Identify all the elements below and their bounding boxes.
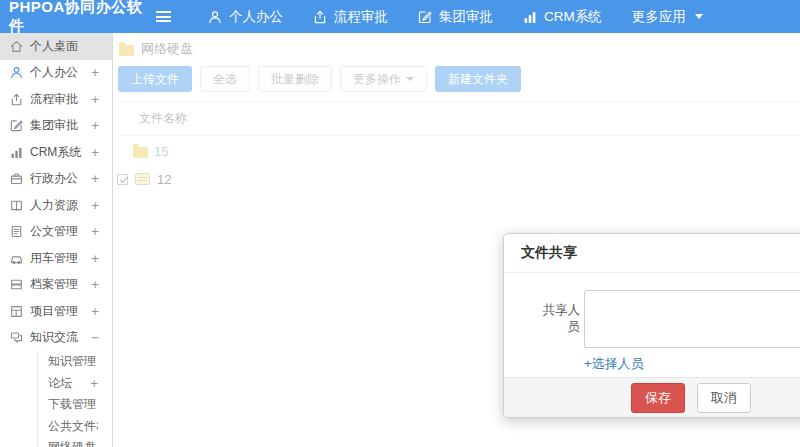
sidebar: 个人桌面 个人办公 + 流程审批 + 集团审批 + CRM系统 + 行政办公 +… xyxy=(0,33,113,447)
sidebar-subitem-public-file-cabinet[interactable]: 公共文件柜 xyxy=(38,416,112,438)
sidebar-item-label: 公文管理 xyxy=(30,223,91,240)
project-icon xyxy=(10,305,23,318)
edit-icon xyxy=(10,119,23,132)
sidebar-item-label: 个人桌面 xyxy=(30,38,99,55)
top-navigation: 个人办公 流程审批 集团审批 CRM系统 更多应用 xyxy=(193,0,718,33)
topbar: PHPOA协同办公软件 个人办公 流程审批 集团审批 CRM系统 更多应用 xyxy=(0,0,800,33)
hamburger-menu-icon[interactable] xyxy=(156,11,171,22)
sidebar-subitem-label: 下载管理 xyxy=(48,396,98,413)
sidebar-subitem-label: 论坛 xyxy=(48,375,90,392)
briefcase-icon xyxy=(10,172,23,185)
expand-sign[interactable]: + xyxy=(91,145,99,160)
expand-sign[interactable]: + xyxy=(91,198,99,213)
save-button[interactable]: 保存 xyxy=(631,383,685,413)
topnav-label: 更多应用 xyxy=(632,8,686,26)
sidebar-item-label: 档案管理 xyxy=(30,276,91,293)
sidebar-item-personal-office[interactable]: 个人办公 + xyxy=(0,60,112,87)
caret-down-icon xyxy=(695,14,703,23)
sidebar-item-knowledge-exchange[interactable]: 知识交流 − xyxy=(0,325,112,352)
sidebar-item-label: CRM系统 xyxy=(30,144,91,161)
topnav-workflow-approval[interactable]: 流程审批 xyxy=(298,0,403,33)
bar-chart-icon xyxy=(10,146,23,159)
chat-icon xyxy=(10,331,23,344)
topnav-label: CRM系统 xyxy=(544,8,602,26)
sidebar-item-label: 人力资源 xyxy=(30,197,91,214)
sidebar-subitem-label: 知识管理 xyxy=(48,353,98,370)
sidebar-item-label: 集团审批 xyxy=(30,117,91,134)
archive-icon xyxy=(10,278,23,291)
sidebar-item-label: 个人办公 xyxy=(30,64,91,81)
expand-sign[interactable]: − xyxy=(91,330,99,345)
expand-sign[interactable]: + xyxy=(91,251,99,266)
expand-sign[interactable]: + xyxy=(91,224,99,239)
expand-sign[interactable]: + xyxy=(91,92,99,107)
sidebar-item-vehicle-management[interactable]: 用车管理 + xyxy=(0,245,112,272)
sidebar-item-project-management[interactable]: 项目管理 + xyxy=(0,298,112,325)
knowledge-exchange-submenu: 知识管理 论坛 + 下载管理 公共文件柜 网络硬盘 xyxy=(37,351,112,447)
sidebar-subitem-label: 网络硬盘 xyxy=(48,439,98,447)
bar-chart-icon xyxy=(523,10,537,24)
app-title: PHPOA协同办公软件 xyxy=(0,0,148,36)
topnav-personal-office[interactable]: 个人办公 xyxy=(193,0,298,33)
share-personnel-field: 共享人员 xyxy=(532,290,800,348)
sidebar-item-workflow-approval[interactable]: 流程审批 + xyxy=(0,86,112,113)
sidebar-item-crm-system[interactable]: CRM系统 + xyxy=(0,139,112,166)
sidebar-subitem-network-disk[interactable]: 网络硬盘 xyxy=(38,437,112,447)
sidebar-item-archive-management[interactable]: 档案管理 + xyxy=(0,272,112,299)
topnav-label: 流程审批 xyxy=(334,8,388,26)
share-personnel-label: 共享人员 xyxy=(532,302,580,336)
workflow-icon xyxy=(313,10,327,24)
dialog-body: 共享人员 +选择人员 xyxy=(504,273,800,373)
sidebar-item-label: 知识交流 xyxy=(30,329,91,346)
expand-sign[interactable]: + xyxy=(91,65,99,80)
sidebar-item-group-approval[interactable]: 集团审批 + xyxy=(0,113,112,140)
topnav-label: 集团审批 xyxy=(439,8,493,26)
topnav-more-apps[interactable]: 更多应用 xyxy=(617,0,718,33)
file-share-dialog: 文件共享 共享人员 +选择人员 保存 取消 xyxy=(503,233,800,418)
topnav-group-approval[interactable]: 集团审批 xyxy=(403,0,508,33)
topnav-label: 个人办公 xyxy=(229,8,283,26)
sidebar-subitem-knowledge-management[interactable]: 知识管理 xyxy=(38,351,112,373)
home-icon xyxy=(10,40,23,53)
car-icon xyxy=(10,252,23,265)
topnav-crm-system[interactable]: CRM系统 xyxy=(508,0,617,33)
sidebar-item-document-management[interactable]: 公文管理 + xyxy=(0,219,112,246)
document-icon xyxy=(10,225,23,238)
sidebar-item-label: 流程审批 xyxy=(30,91,91,108)
dialog-footer: 保存 取消 xyxy=(504,377,800,417)
user-icon xyxy=(208,10,222,24)
expand-sign[interactable]: + xyxy=(90,376,98,391)
book-icon xyxy=(10,199,23,212)
share-personnel-input[interactable] xyxy=(584,290,800,348)
expand-sign[interactable]: + xyxy=(91,171,99,186)
sidebar-item-personal-desktop[interactable]: 个人桌面 xyxy=(0,33,112,60)
sidebar-item-admin-office[interactable]: 行政办公 + xyxy=(0,166,112,193)
workflow-icon xyxy=(10,93,23,106)
sidebar-subitem-download-management[interactable]: 下载管理 xyxy=(38,394,112,416)
expand-sign[interactable]: + xyxy=(91,118,99,133)
cancel-button[interactable]: 取消 xyxy=(697,383,751,413)
sidebar-item-label: 项目管理 xyxy=(30,303,91,320)
sidebar-subitem-forum[interactable]: 论坛 + xyxy=(38,373,112,395)
sidebar-item-label: 行政办公 xyxy=(30,170,91,187)
choose-personnel-link[interactable]: +选择人员 xyxy=(584,355,644,373)
sidebar-subitem-label: 公共文件柜 xyxy=(48,418,98,435)
expand-sign[interactable]: + xyxy=(91,304,99,319)
dialog-title: 文件共享 xyxy=(504,234,800,273)
user-icon xyxy=(10,66,23,79)
edit-icon xyxy=(418,10,432,24)
sidebar-item-label: 用车管理 xyxy=(30,250,91,267)
expand-sign[interactable]: + xyxy=(91,277,99,292)
sidebar-item-human-resources[interactable]: 人力资源 + xyxy=(0,192,112,219)
